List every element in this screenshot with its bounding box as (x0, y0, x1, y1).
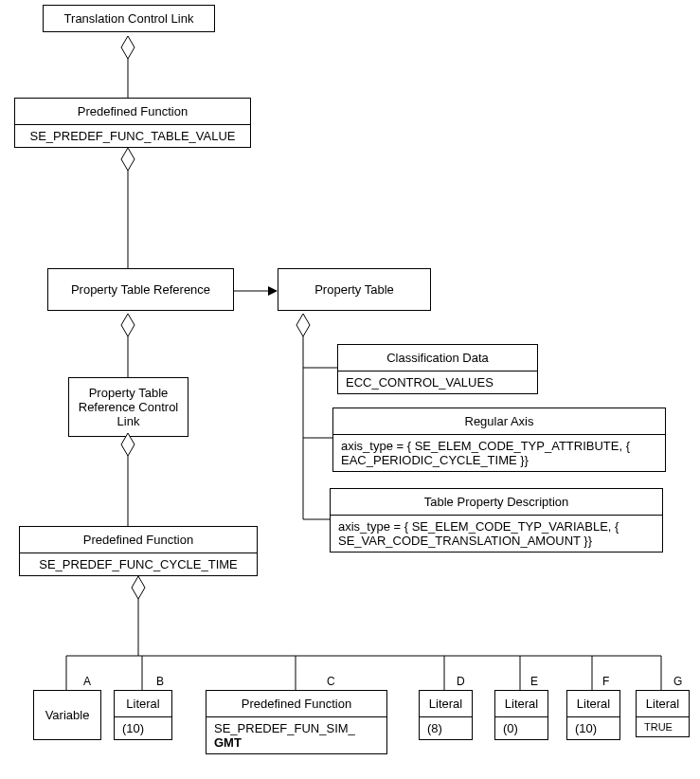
title-ptr: Property Table Reference (48, 269, 233, 310)
label-b: B (156, 675, 164, 688)
title-d: Literal (420, 691, 472, 716)
box-regular-axis: Regular Axis axis_type = { SE_ELEM_CODE_… (332, 408, 666, 472)
svg-marker-4 (121, 314, 135, 336)
label-f: F (602, 675, 609, 688)
svg-marker-15 (132, 576, 145, 599)
box-ptrcl: Property Table Reference Control Link (68, 377, 188, 437)
label-a: A (83, 675, 91, 688)
box-property-table-reference: Property Table Reference (47, 268, 234, 311)
title-f: Literal (567, 691, 619, 716)
box-property-table: Property Table (278, 268, 431, 311)
svg-marker-2 (121, 148, 135, 171)
box-c-predefined-function: Predefined Function SE_PREDEF_FUN_SIM_GM… (206, 690, 387, 754)
box-d-literal: Literal (8) (419, 690, 473, 740)
box-b-literal: Literal (10) (114, 690, 172, 740)
label-e: E (530, 675, 538, 688)
box-g-literal: Literal TRUE (636, 690, 690, 737)
content-d: (8) (420, 716, 472, 739)
title-ra: Regular Axis (333, 408, 665, 434)
content-e: (0) (495, 716, 547, 739)
title-pt: Property Table (278, 269, 430, 310)
label-c: C (327, 675, 335, 688)
title-ptrcl: Property Table Reference Control Link (69, 378, 188, 436)
svg-marker-0 (121, 36, 135, 59)
content-ra: axis_type = { SE_ELEM_CODE_TYP_ATTRIBUTE… (333, 434, 665, 471)
content-cd: ECC_CONTROL_VALUES (338, 371, 537, 393)
content-f: (10) (567, 716, 619, 739)
title-cd: Classification Data (338, 345, 537, 371)
svg-marker-10 (296, 314, 310, 336)
content-pf1: SE_PREDEF_FUNC_TABLE_VALUE (15, 124, 250, 147)
title-tpd: Table Property Description (331, 489, 662, 515)
title-a: Variable (34, 691, 100, 739)
svg-marker-9 (268, 286, 278, 296)
box-a-variable: Variable (33, 690, 101, 740)
label-d: D (457, 675, 465, 688)
box-table-property-description: Table Property Description axis_type = {… (330, 488, 663, 553)
title-e: Literal (495, 691, 547, 716)
title-tcl: Translation Control Link (44, 6, 214, 31)
box-e-literal: Literal (0) (494, 690, 548, 740)
content-tpd: axis_type = { SE_ELEM_CODE_TYP_VARIABLE,… (331, 515, 662, 552)
content-b: (10) (115, 716, 171, 739)
title-b: Literal (115, 691, 171, 716)
box-translation-control-link: Translation Control Link (43, 5, 215, 32)
box-classification-data: Classification Data ECC_CONTROL_VALUES (337, 344, 538, 394)
box-predefined-function-2: Predefined Function SE_PREDEF_FUNC_CYCLE… (19, 526, 258, 576)
box-predefined-function-1: Predefined Function SE_PREDEF_FUNC_TABLE… (14, 98, 251, 148)
content-g: TRUE (637, 716, 689, 736)
content-pf2: SE_PREDEF_FUNC_CYCLE_TIME (20, 553, 257, 575)
title-c: Predefined Function (206, 691, 386, 716)
label-g: G (673, 675, 682, 688)
box-f-literal: Literal (10) (566, 690, 620, 740)
title-g: Literal (637, 691, 689, 716)
title-pf1: Predefined Function (15, 99, 250, 124)
content-c: SE_PREDEF_FUN_SIM_GMT (206, 716, 386, 753)
title-pf2: Predefined Function (20, 527, 257, 553)
